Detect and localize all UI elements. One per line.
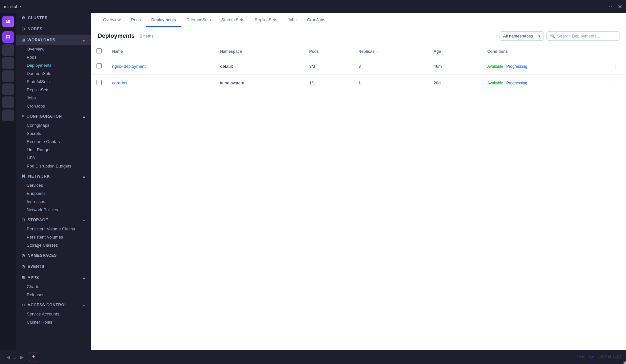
prev-button[interactable]: ◀: [4, 353, 13, 361]
tab-replicasets[interactable]: ReplicaSets: [249, 13, 282, 27]
nodes-icon: ⊡: [22, 27, 25, 31]
configuration-chevron: ▲: [82, 115, 86, 118]
rail-item-3[interactable]: [2, 70, 14, 82]
sidebar-item-resource-quotas[interactable]: Resource Quotas: [16, 138, 91, 146]
share-button[interactable]: ⋯: [609, 4, 614, 10]
rail-item-1[interactable]: [2, 44, 14, 56]
sidebar-access-control-section: ⊙ Access Control ▲ Service Accounts Clus…: [16, 300, 91, 326]
sidebar-item-hpa[interactable]: HPA: [16, 154, 91, 162]
sidebar-item-ingresses[interactable]: Ingresses: [16, 197, 91, 206]
select-all-checkbox[interactable]: [97, 48, 102, 53]
row2-conditions: Available Progressing: [482, 75, 606, 91]
icon-rail: MI ⚙ ⊞: [0, 13, 16, 350]
row2-progressing-badge: Progressing: [506, 81, 527, 85]
sidebar-item-storage-classes[interactable]: Storage Classes: [16, 241, 91, 249]
row1-namespace: default: [215, 58, 304, 75]
tab-pods[interactable]: Pods: [126, 13, 146, 27]
row2-actions-cell: ⋮: [606, 75, 626, 91]
sidebar-item-statefulsets[interactable]: StatefulSets: [16, 78, 91, 86]
row1-checkbox[interactable]: [97, 63, 102, 68]
sidebar-namespaces-header[interactable]: ◷ Namespaces: [16, 251, 91, 260]
sidebar-item-pod-disruption-budgets[interactable]: Pod Disruption Budgets: [16, 162, 91, 170]
rail-item-6[interactable]: [2, 109, 14, 121]
add-button[interactable]: +: [29, 353, 38, 361]
sidebar-item-pvc[interactable]: Persistent Volume Claims: [16, 225, 91, 233]
row2-replicas: 1: [353, 75, 428, 91]
copyright: ©易百科技社区: [598, 355, 622, 359]
row2-checkbox-cell: [91, 75, 107, 91]
tab-overview[interactable]: Overview: [98, 13, 126, 27]
sidebar-item-service-accounts[interactable]: Service Accounts: [16, 310, 91, 318]
apps-label: Apps: [28, 275, 39, 280]
namespaces-icon: ◷: [22, 253, 25, 258]
row1-name[interactable]: nginx-deployment: [107, 58, 215, 75]
rail-workloads-icon[interactable]: ⊞: [2, 31, 14, 43]
sidebar-nodes-header[interactable]: ⊡ Nodes: [16, 24, 91, 34]
sidebar-item-cluster-roles[interactable]: Cluster Roles: [16, 318, 91, 326]
sidebar-item-daemonsets[interactable]: DaemonSets: [16, 69, 91, 78]
tab-jobs[interactable]: Jobs: [282, 13, 302, 27]
sidebar-network-header[interactable]: ⌘ Network ▲: [16, 171, 91, 181]
sidebar-nodes-section: ⊡ Nodes: [16, 24, 91, 34]
rail-item-2[interactable]: [2, 57, 14, 69]
search-icon: 🔍: [550, 34, 555, 38]
sidebar-item-replicasets[interactable]: ReplicaSets: [16, 86, 91, 94]
page-title: Deployments: [98, 33, 135, 39]
sidebar-item-overview[interactable]: Overview: [16, 45, 91, 53]
row2-checkbox[interactable]: [97, 80, 102, 85]
sidebar-storage-header[interactable]: ⊟ Storage ▲: [16, 215, 91, 225]
col-replicas[interactable]: Replicas ↑: [353, 45, 428, 58]
col-conditions[interactable]: Conditions ↑: [482, 45, 606, 58]
sidebar-item-cronjobs[interactable]: CronJobs: [16, 102, 91, 110]
rail-item-5[interactable]: [2, 96, 14, 108]
tab-deployments[interactable]: Deployments: [146, 13, 181, 27]
tab-statefulsets[interactable]: StatefulSets: [216, 13, 249, 27]
close-button[interactable]: ✕: [618, 4, 622, 10]
sidebar-item-pv[interactable]: Persistent Volumes: [16, 233, 91, 241]
col-name[interactable]: Name ↑: [107, 45, 215, 58]
sidebar-item-deployments[interactable]: Deployments: [16, 61, 91, 69]
namespace-select[interactable]: All namespaces default kube-system: [499, 31, 544, 41]
sidebar-item-network-policies[interactable]: Network Policies: [16, 206, 91, 214]
workloads-chevron: ▲: [82, 38, 86, 42]
sidebar-access-control-header[interactable]: ⊙ Access Control ▲: [16, 300, 91, 310]
sidebar-cluster-header[interactable]: ⚙ Cluster: [16, 13, 91, 23]
sidebar-item-endpoints[interactable]: Endpoints: [16, 189, 91, 197]
cluster-avatar[interactable]: MI ⚙: [2, 16, 14, 27]
access-control-label: Access Control: [28, 303, 67, 307]
row2-more-button[interactable]: ⋮: [611, 79, 621, 87]
tab-daemonsets[interactable]: DaemonSets: [181, 13, 216, 27]
select-all-col: [91, 45, 107, 58]
table-wrapper: Name ↑ Namespace ↑ Pods Replicas ↑ Age ↑…: [91, 45, 626, 350]
main-content: Overview Pods Deployments DaemonSets Sta…: [91, 13, 626, 350]
configuration-label: Configuration: [27, 114, 62, 119]
col-namespace[interactable]: Namespace ↑: [215, 45, 304, 58]
sidebar-item-services[interactable]: Services: [16, 181, 91, 189]
workloads-icon: ⊞: [22, 38, 25, 42]
sidebar-item-configmaps[interactable]: ConfigMaps: [16, 121, 91, 129]
sidebar-item-secrets[interactable]: Secrets: [16, 129, 91, 138]
row1-more-button[interactable]: ⋮: [611, 62, 621, 70]
sidebar-configuration-header[interactable]: ≡ Configuration ▲: [16, 111, 91, 121]
tab-cronjobs[interactable]: CronJobs: [302, 13, 331, 27]
nodes-label: Nodes: [28, 27, 43, 31]
events-icon: ◷: [22, 264, 25, 269]
sidebar-events-section: ◷ Events: [16, 262, 91, 271]
apps-icon: ⊞: [22, 275, 25, 280]
row2-name[interactable]: coredns: [107, 75, 215, 91]
sidebar-item-jobs[interactable]: Jobs: [16, 94, 91, 102]
rail-item-4[interactable]: [2, 83, 14, 95]
sidebar-item-limit-ranges[interactable]: Limit Ranges: [16, 146, 91, 154]
sidebar-events-header[interactable]: ◷ Events: [16, 262, 91, 271]
next-button[interactable]: ▶: [18, 353, 26, 361]
search-input[interactable]: [557, 34, 616, 38]
lens-login-link[interactable]: Lens Login: [577, 355, 594, 359]
sidebar-item-releases[interactable]: Releases: [16, 291, 91, 299]
sidebar-item-pods[interactable]: Pods: [16, 53, 91, 61]
sidebar-item-charts[interactable]: Charts: [16, 283, 91, 291]
namespaces-label: Namespaces: [28, 253, 57, 258]
sidebar-apps-header[interactable]: ⊞ Apps ▲: [16, 273, 91, 283]
add-icon: +: [32, 354, 36, 360]
col-age[interactable]: Age ↑: [428, 45, 482, 58]
sidebar-workloads-header[interactable]: ⊞ Workloads ▲: [16, 35, 91, 45]
